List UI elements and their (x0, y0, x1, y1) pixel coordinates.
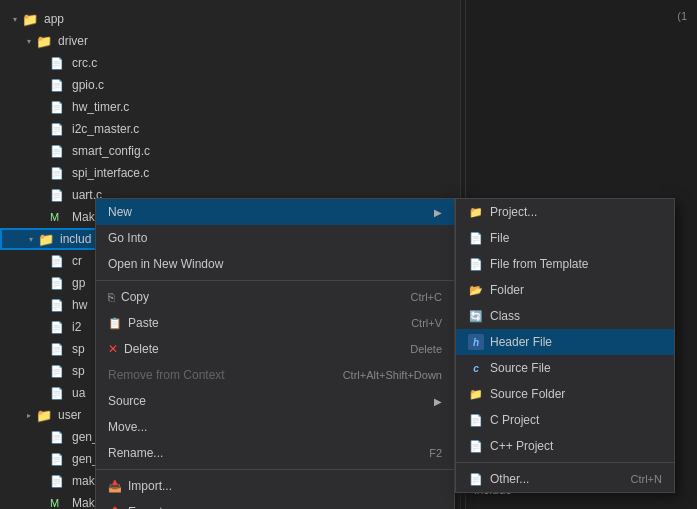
new-submenu-label-source-folder: Source Folder (490, 387, 565, 401)
file-icon: 📄 (50, 276, 66, 290)
tree-label: i2c_master.c (72, 122, 139, 136)
new-submenu-label-file-template: File from Template (490, 257, 588, 271)
tree-item-driver[interactable]: ▾ 📁 driver (0, 30, 460, 52)
tree-item-app[interactable]: ▾ 📁 app (0, 8, 460, 30)
copy-icon: ⎘ (108, 291, 115, 303)
menu-item-export[interactable]: 📤 Export... (96, 499, 454, 509)
tree-label: hw (72, 298, 87, 312)
menu-item-source[interactable]: Source ▶ (96, 388, 454, 414)
new-submenu-item-folder[interactable]: 📂 Folder (456, 277, 674, 303)
import-icon: 📥 (108, 480, 122, 493)
copy-shortcut: Ctrl+C (411, 291, 442, 303)
new-submenu-label-c-project: C Project (490, 413, 539, 427)
menu-item-import[interactable]: 📥 Import... (96, 473, 454, 499)
new-submenu-label-other: Other... (490, 472, 529, 486)
file-icon: 📄 (50, 386, 66, 400)
file-icon: 📄 (50, 166, 66, 180)
source-file-icon: c (468, 360, 484, 376)
menu-label-open-new-window: Open in New Window (108, 257, 223, 271)
menu-item-remove-context[interactable]: Remove from Context Ctrl+Alt+Shift+Down (96, 362, 454, 388)
folder-new-icon: 📂 (468, 282, 484, 298)
new-submenu: 📁 Project... 📄 File 📄 File from Template… (455, 198, 675, 493)
new-submenu-label-source-file: Source File (490, 361, 551, 375)
tree-item-gpio[interactable]: 📄 gpio.c (0, 74, 460, 96)
new-submenu-item-other[interactable]: 📄 Other... Ctrl+N (456, 466, 674, 492)
tree-label: ua (72, 386, 85, 400)
file-icon: 📄 (50, 56, 66, 70)
other-icon: 📄 (468, 471, 484, 487)
menu-item-rename[interactable]: Rename... F2 (96, 440, 454, 466)
new-submenu-item-project[interactable]: 📁 Project... (456, 199, 674, 225)
menu-label-delete: Delete (124, 342, 159, 356)
makefile-icon: M (50, 210, 66, 224)
file-icon: 📄 (50, 144, 66, 158)
arrow-icon: ▾ (24, 235, 38, 244)
file-icon: 📄 (50, 254, 66, 268)
arrow-icon: ▾ (22, 37, 36, 46)
new-submenu-item-class[interactable]: 🔄 Class (456, 303, 674, 329)
folder-icon: 📁 (38, 232, 54, 246)
file-icon: 📄 (50, 430, 66, 444)
new-submenu-label-cpp-project: C++ Project (490, 439, 553, 453)
tree-item-crc[interactable]: 📄 crc.c (0, 52, 460, 74)
new-submenu-label-file: File (490, 231, 509, 245)
menu-label-remove-context: Remove from Context (108, 368, 225, 382)
new-submenu-item-source-folder[interactable]: 📁 Source Folder (456, 381, 674, 407)
menu-item-new[interactable]: New ▶ (96, 199, 454, 225)
folder-icon: 📁 (36, 34, 52, 48)
new-submenu-label-folder: Folder (490, 283, 524, 297)
tree-item-spi[interactable]: 📄 spi_interface.c (0, 162, 460, 184)
tree-item-i2c[interactable]: 📄 i2c_master.c (0, 118, 460, 140)
class-icon: 🔄 (468, 308, 484, 324)
remove-context-shortcut: Ctrl+Alt+Shift+Down (343, 369, 442, 381)
source-submenu-arrow-icon: ▶ (434, 396, 442, 407)
arrow-icon: ▸ (22, 411, 36, 420)
new-submenu-label-header-file: Header File (490, 335, 552, 349)
new-submenu-item-file-template[interactable]: 📄 File from Template (456, 251, 674, 277)
header-file-icon: h (468, 334, 484, 350)
menu-item-delete[interactable]: ✕ Delete Delete (96, 336, 454, 362)
tree-label: gp (72, 276, 85, 290)
tree-label: driver (58, 34, 88, 48)
new-submenu-item-cpp-project[interactable]: 📄 C++ Project (456, 433, 674, 459)
file-new-icon: 📄 (468, 230, 484, 246)
paste-shortcut: Ctrl+V (411, 317, 442, 329)
menu-item-copy[interactable]: ⎘ Copy Ctrl+C (96, 284, 454, 310)
menu-item-move[interactable]: Move... (96, 414, 454, 440)
new-submenu-item-header-file[interactable]: h Header File (456, 329, 674, 355)
file-template-icon: 📄 (468, 256, 484, 272)
menu-label-copy: Copy (121, 290, 149, 304)
menu-label-go-into: Go Into (108, 231, 147, 245)
new-submenu-item-file[interactable]: 📄 File (456, 225, 674, 251)
menu-label-source: Source (108, 394, 146, 408)
delete-shortcut: Delete (410, 343, 442, 355)
file-icon: 📄 (50, 474, 66, 488)
menu-item-open-new-window[interactable]: Open in New Window (96, 251, 454, 277)
new-submenu-separator (456, 462, 674, 463)
page-indicator: (1 (677, 10, 687, 22)
rename-shortcut: F2 (429, 447, 442, 459)
paste-icon: 📋 (108, 317, 122, 330)
tree-label: includ (60, 232, 91, 246)
file-icon: 📄 (50, 100, 66, 114)
menu-label-new: New (108, 205, 132, 219)
tree-label: cr (72, 254, 82, 268)
tree-label: i2 (72, 320, 81, 334)
menu-item-paste[interactable]: 📋 Paste Ctrl+V (96, 310, 454, 336)
other-shortcut: Ctrl+N (631, 473, 662, 485)
export-icon: 📤 (108, 506, 122, 510)
submenu-arrow-icon: ▶ (434, 207, 442, 218)
menu-label-rename: Rename... (108, 446, 163, 460)
new-submenu-item-source-file[interactable]: c Source File (456, 355, 674, 381)
tree-item-smart-config[interactable]: 📄 smart_config.c (0, 140, 460, 162)
new-submenu-item-c-project[interactable]: 📄 C Project (456, 407, 674, 433)
menu-label-import: Import... (128, 479, 172, 493)
folder-icon: 📁 (22, 12, 38, 26)
file-icon: 📄 (50, 188, 66, 202)
file-icon: 📄 (50, 342, 66, 356)
tree-label: smart_config.c (72, 144, 150, 158)
tree-label: spi_interface.c (72, 166, 149, 180)
menu-item-go-into[interactable]: Go Into (96, 225, 454, 251)
new-submenu-label-class: Class (490, 309, 520, 323)
tree-item-hw-timer[interactable]: 📄 hw_timer.c (0, 96, 460, 118)
